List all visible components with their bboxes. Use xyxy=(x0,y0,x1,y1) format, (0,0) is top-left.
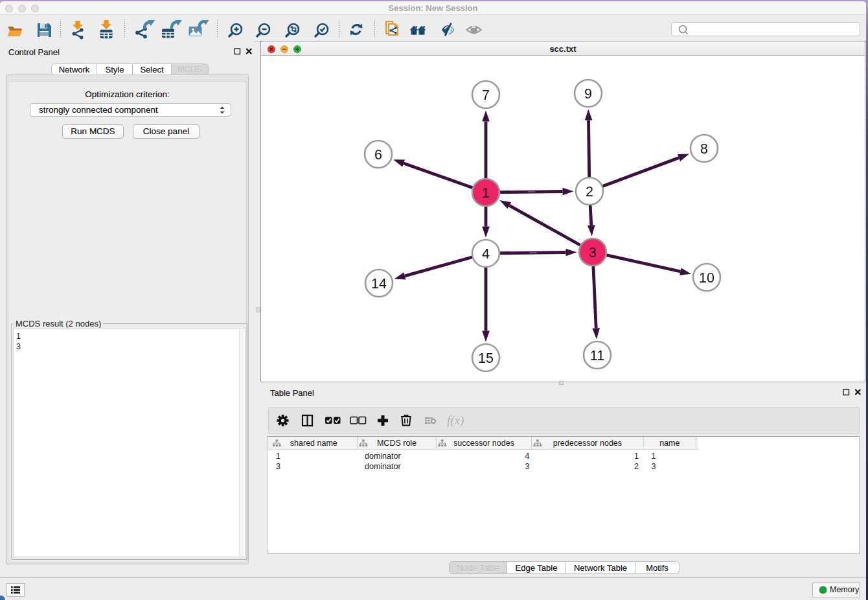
svg-text:2: 2 xyxy=(586,184,593,200)
svg-text:1: 1 xyxy=(276,452,280,461)
svg-text:2: 2 xyxy=(634,462,639,471)
svg-text:1: 1 xyxy=(652,452,656,461)
svg-text:11: 11 xyxy=(590,348,604,363)
svg-text:MCDS role: MCDS role xyxy=(377,439,417,448)
svg-text:7: 7 xyxy=(482,87,490,103)
svg-text:3: 3 xyxy=(589,245,597,260)
svg-text:successor nodes: successor nodes xyxy=(453,439,514,448)
svg-text:4: 4 xyxy=(482,246,490,262)
svg-text:10: 10 xyxy=(699,270,714,286)
svg-text:dominator: dominator xyxy=(365,452,401,461)
svg-text:name: name xyxy=(659,439,680,448)
svg-text:f(x): f(x) xyxy=(447,413,464,428)
svg-text:3: 3 xyxy=(276,462,280,471)
svg-text:shared name: shared name xyxy=(290,439,337,448)
svg-text:3: 3 xyxy=(525,462,530,471)
svg-text:1: 1 xyxy=(482,185,490,201)
svg-text:14: 14 xyxy=(371,276,387,292)
svg-text:3: 3 xyxy=(652,462,656,471)
svg-text:9: 9 xyxy=(584,86,592,102)
svg-text:dominator: dominator xyxy=(365,462,401,471)
svg-text:6: 6 xyxy=(374,147,382,163)
svg-text:predecessor nodes: predecessor nodes xyxy=(553,439,622,448)
svg-text:15: 15 xyxy=(478,351,494,366)
svg-text:8: 8 xyxy=(700,141,708,157)
svg-text:4: 4 xyxy=(525,452,530,461)
svg-text:1: 1 xyxy=(634,452,639,461)
